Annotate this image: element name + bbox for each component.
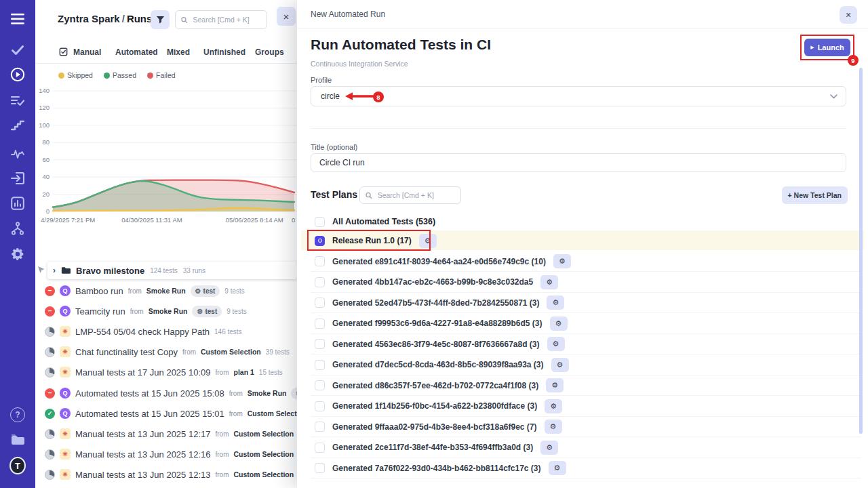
chevron-right-icon[interactable]: ›: [53, 266, 56, 275]
run-title: Chat functinality test Copy: [75, 347, 178, 357]
tab-groups[interactable]: Groups: [255, 47, 284, 57]
run-count: 9 tests: [224, 287, 244, 295]
drag-cursor-icon: [37, 264, 45, 277]
plan-row[interactable]: Generated 7a76f022-93d0-434b-b462-bb8114…: [311, 458, 861, 479]
run-row[interactable]: ✳ Manual tests at 17 Jun 2025 10:09 from…: [45, 364, 283, 380]
plan-label: Generated d86c357f-57ee-462d-b702-0772ca…: [332, 381, 538, 390]
plan-row[interactable]: Generated d86c357f-57ee-462d-b702-0772ca…: [311, 375, 861, 396]
steps-icon[interactable]: [9, 117, 26, 134]
hamburger-menu-icon[interactable]: [9, 11, 26, 27]
run-row[interactable]: – Q Teamcity run from Smoke Run ⚙test 9 …: [45, 303, 247, 319]
run-row[interactable]: – Q Bamboo run from Smoke Run ⚙test 9 te…: [45, 283, 245, 299]
list-check-icon[interactable]: [9, 93, 26, 109]
avatar[interactable]: T: [9, 458, 26, 474]
run-row[interactable]: ✳ Chat functinality test Copy from Custo…: [45, 344, 290, 360]
section-divider: [311, 128, 846, 129]
play-circle-icon[interactable]: [9, 66, 26, 83]
legend-failed: Failed: [147, 71, 176, 79]
plan-settings-gear[interactable]: ⚙: [547, 337, 565, 351]
plan-settings-gear[interactable]: ⚙: [419, 234, 437, 248]
run-row[interactable]: ✓ Q Automated tests at 15 Jun 2025 15:01…: [45, 405, 297, 422]
test-chip: ⚙test: [191, 285, 220, 297]
plan-settings-gear[interactable]: ⚙: [549, 461, 566, 475]
run-type-tabs: Manual Automated Mixed Unfinished Groups: [35, 45, 297, 64]
checkbox[interactable]: [315, 298, 325, 308]
run-title: Manual tests at 13 Jun 2025 12:16: [75, 449, 210, 460]
pulse-icon[interactable]: [9, 146, 26, 162]
plan-row[interactable]: Generated 52ed47b5-473f-44ff-8ded-7b2842…: [311, 293, 861, 313]
checkbox[interactable]: [315, 319, 325, 329]
projects-folder-icon[interactable]: [9, 431, 26, 447]
checkbox[interactable]: [315, 360, 325, 370]
plan-settings-gear[interactable]: ⚙: [550, 317, 568, 331]
plan-row[interactable]: Generated f99953c6-9d6a-4227-91a8-e4a882…: [311, 314, 861, 334]
plan-settings-gear[interactable]: ⚙: [540, 441, 558, 455]
git-branch-icon[interactable]: [9, 220, 26, 237]
plan-settings-gear[interactable]: ⚙: [545, 420, 562, 434]
panel-scrollbar[interactable]: [859, 68, 863, 434]
svg-text:0: 0: [46, 207, 50, 215]
select-all-icon[interactable]: [58, 47, 68, 59]
runs-search-input[interactable]: [192, 15, 262, 24]
plan-settings-gear[interactable]: ⚙: [546, 378, 564, 392]
plan-row-release[interactable]: Release Run 1.0 (17) ⚙: [311, 230, 861, 251]
run-row[interactable]: ✳ Manual tests at 13 Jun 2025 12:17 from…: [45, 426, 297, 442]
breadcrumb-project[interactable]: Zyntra Spark: [58, 13, 120, 24]
gear-icon[interactable]: [9, 246, 26, 262]
checkbox[interactable]: [315, 380, 325, 390]
checkbox[interactable]: [315, 277, 325, 287]
plan-settings-gear[interactable]: ⚙: [553, 254, 571, 268]
run-row[interactable]: ✳ Manual tests at 13 Jun 2025 12:13 from…: [45, 466, 297, 483]
checkbox[interactable]: [315, 256, 325, 266]
plan-settings-gear[interactable]: ⚙: [545, 399, 562, 413]
launch-button[interactable]: ▶ Launch: [804, 39, 850, 56]
checkbox[interactable]: [315, 217, 325, 227]
plan-settings-gear[interactable]: ⚙: [551, 358, 569, 372]
run-title-input[interactable]: [311, 153, 846, 172]
plan-settings-gear[interactable]: ⚙: [547, 296, 564, 310]
plan-row[interactable]: Generated 1f14b256-f0bc-4154-a622-b23800…: [311, 396, 861, 417]
checkbox[interactable]: [315, 422, 325, 432]
checkbox[interactable]: [315, 463, 325, 473]
plan-label: Generated f99953c6-9d6a-4227-91a8-e4a882…: [332, 319, 542, 328]
milestone-row[interactable]: › Bravo milestone 124 tests 33 runs: [47, 262, 297, 279]
play-icon: ▶: [810, 45, 814, 50]
plan-row[interactable]: Generated 4bb147ac-eb2c-4663-b99b-9c8e3c…: [311, 272, 861, 293]
tab-manual[interactable]: Manual: [73, 47, 101, 57]
bar-chart-icon[interactable]: [9, 195, 26, 211]
gear-icon: ⚙: [195, 287, 201, 295]
run-row[interactable]: ✳ Manual tests at 13 Jun 2025 12:16 from…: [45, 446, 297, 462]
plan-row[interactable]: Generated 2ce11f7d-38ef-44fe-b353-4f694f…: [311, 438, 861, 458]
checkbox[interactable]: [315, 401, 325, 411]
tab-mixed[interactable]: Mixed: [167, 47, 190, 57]
checkbox[interactable]: [315, 339, 325, 349]
plan-settings-gear[interactable]: ⚙: [540, 275, 558, 289]
sign-in-icon[interactable]: [9, 170, 26, 186]
plan-label: Generated 4bb147ac-eb2c-4663-b99b-9c8e3c…: [332, 277, 533, 287]
run-row[interactable]: – Q Automated tests at 15 Jun 2025 15:08…: [45, 385, 297, 401]
profile-select[interactable]: circle: [311, 86, 846, 106]
automated-run-icon: Q: [60, 285, 71, 296]
left-panel-close-button[interactable]: ×: [277, 7, 296, 26]
panel-close-button[interactable]: ×: [840, 6, 857, 24]
legend-skipped: Skipped: [58, 71, 93, 79]
plan-row[interactable]: Generated e891c41f-8039-4e64-aa24-e0d56e…: [311, 251, 861, 272]
plan-row-all[interactable]: All Automated Tests (536): [311, 211, 861, 232]
tab-unfinished[interactable]: Unfinished: [203, 47, 245, 57]
filter-button[interactable]: [151, 10, 170, 29]
check-icon[interactable]: [9, 42, 26, 58]
test-plans-search-input[interactable]: [376, 190, 455, 200]
checkbox[interactable]: [315, 443, 325, 453]
plan-row[interactable]: Generated 9ffaaa02-975d-4b3e-8ee4-bcf318…: [311, 417, 861, 437]
checkbox-checked[interactable]: [315, 236, 325, 246]
test-plans-heading: Test Plans: [311, 189, 357, 200]
plan-row[interactable]: Generated d7dec5cd-8cda-463d-8b5c-89039f…: [311, 355, 861, 375]
run-row[interactable]: ✳ LMP-554 05/04 check Happy Path 146 tes…: [45, 323, 242, 340]
plan-row[interactable]: Generated 4563ec86-3f79-4e5c-8087-8f7636…: [311, 334, 861, 354]
new-test-plan-button[interactable]: + New Test Plan: [782, 186, 848, 204]
runs-search[interactable]: [175, 10, 267, 29]
tab-automated[interactable]: Automated: [115, 47, 158, 57]
test-plans-search[interactable]: [359, 186, 461, 204]
run-source: Custom Selection: [233, 470, 294, 479]
help-icon[interactable]: ?: [9, 407, 26, 423]
